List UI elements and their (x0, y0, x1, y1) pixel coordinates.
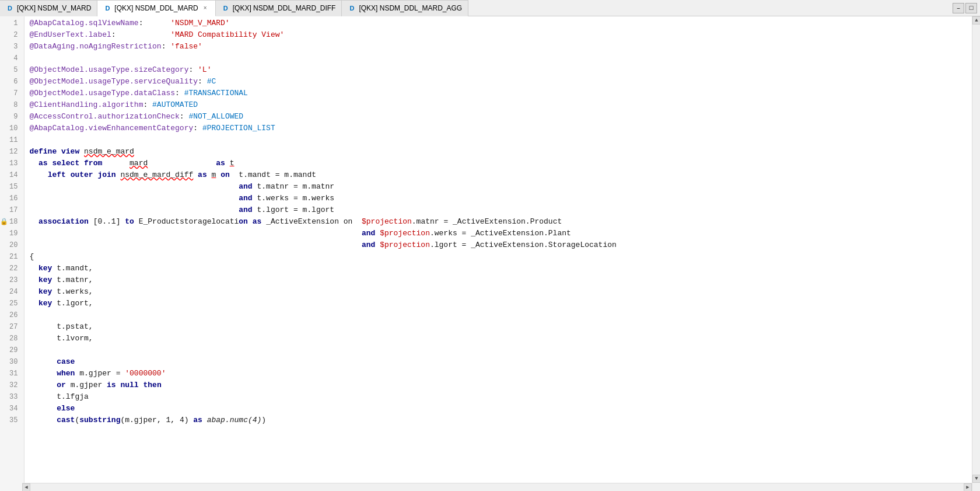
line-number-4: 4 (0, 53, 21, 64)
line-number-31: 31 (0, 368, 21, 379)
line-number-9: 9 (0, 111, 21, 123)
code-line-32: or m.gjper is null then (29, 379, 972, 391)
code-line-29 (29, 344, 972, 356)
line-number-26: 26 (0, 309, 21, 321)
tab-tab3[interactable]: D[QKX] NSDM_DDL_MARD_DIFF (216, 0, 342, 16)
line-number-14: 14 (0, 169, 21, 181)
code-line-10: @AbapCatalog.viewEnhancementCategory: #P… (29, 123, 972, 134)
scroll-up-button[interactable]: ▲ (972, 16, 980, 25)
code-line-33: t.lfgja (29, 391, 972, 403)
code-line-15: and t.matnr = m.matnr (29, 181, 972, 193)
code-line-35: cast(substring(m.gjper, 1, 4) as abap.nu… (29, 415, 972, 426)
line-number-11: 11 (0, 134, 21, 146)
code-line-5: @ObjectModel.usageType.sizeCategory: 'L' (29, 64, 972, 76)
line-number-10: 10 (0, 123, 21, 134)
tab-label-tab4: [QKX] NSDM_DDL_MARD_AGG (359, 4, 462, 12)
line-number-22: 22 (0, 263, 21, 274)
line-number-12: 12 (0, 146, 21, 158)
tab-icon-tab1: D (6, 4, 14, 12)
tab-tab4[interactable]: D[QKX] NSDM_DDL_MARD_AGG (342, 0, 468, 16)
code-line-3: @DataAging.noAgingRestriction: 'false' (29, 41, 972, 53)
code-line-11 (29, 134, 972, 146)
code-line-6: @ObjectModel.usageType.serviceQuality: #… (29, 76, 972, 88)
code-line-1: @AbapCatalog.sqlViewName: 'NSDM_V_MARD' (29, 18, 972, 29)
window-controls: – □ (951, 0, 980, 16)
tab-tab1[interactable]: D[QKX] NSDM_V_MARD (0, 0, 97, 16)
line-number-3: 3 (0, 41, 21, 53)
code-line-27: t.pstat, (29, 321, 972, 333)
tab-icon-tab2: D (103, 4, 111, 12)
tab-label-tab3: [QKX] NSDM_DDL_MARD_DIFF (233, 4, 336, 12)
line-numbers: 1234567891011121314151617🔒18192021222324… (0, 16, 24, 491)
line-number-7: 7 (0, 88, 21, 99)
line-number-34: 34 (0, 403, 21, 415)
line-number-17: 17 (0, 204, 21, 216)
code-line-9: @AccessControl.authorizationCheck: #NOT_… (29, 111, 972, 123)
line-number-18: 🔒18 (0, 216, 21, 228)
code-line-28: t.lvorm, (29, 333, 972, 344)
line-number-5: 5 (0, 64, 21, 76)
minimize-button[interactable]: – (953, 3, 964, 13)
code-area[interactable]: @AbapCatalog.sqlViewName: 'NSDM_V_MARD'@… (24, 16, 972, 491)
restore-button[interactable]: □ (965, 3, 977, 13)
editor: 1234567891011121314151617🔒18192021222324… (0, 16, 980, 491)
line-number-6: 6 (0, 76, 21, 88)
tab-close-tab2[interactable]: × (201, 4, 209, 12)
code-line-7: @ObjectModel.usageType.dataClass: #TRANS… (29, 88, 972, 99)
line-number-33: 33 (0, 391, 21, 403)
line-number-8: 8 (0, 99, 21, 111)
line-number-24: 24 (0, 286, 21, 298)
line-number-27: 27 (0, 321, 21, 333)
code-line-14: left outer join nsdm_e_mard_diff as m on… (29, 169, 972, 181)
line-number-25: 25 (0, 298, 21, 309)
line-number-29: 29 (0, 344, 21, 356)
code-line-25: key t.lgort, (29, 298, 972, 309)
code-line-34: else (29, 403, 972, 415)
code-line-21: { (29, 251, 972, 263)
code-line-18: association [0..1] to E_Productstoragelo… (29, 216, 972, 228)
code-line-4 (29, 53, 972, 64)
code-line-23: key t.matnr, (29, 274, 972, 286)
line-number-23: 23 (0, 274, 21, 286)
lock-icon: 🔒 (0, 216, 8, 228)
code-line-12: define view nsdm_e_mard (29, 146, 972, 158)
tab-label-tab1: [QKX] NSDM_V_MARD (17, 4, 91, 12)
code-line-20: and $projection.lgort = _ActiveExtension… (29, 239, 972, 251)
code-line-17: and t.lgort = m.lgort (29, 204, 972, 216)
tab-tab2[interactable]: D[QKX] NSDM_DDL_MARD× (97, 0, 215, 16)
scroll-down-button[interactable]: ▼ (972, 475, 980, 483)
line-number-20: 20 (0, 239, 21, 251)
line-number-19: 19 (0, 228, 21, 239)
tab-icon-tab4: D (348, 4, 356, 12)
tab-icon-tab3: D (222, 4, 230, 12)
scroll-left-button[interactable]: ◀ (22, 483, 30, 492)
line-number-16: 16 (0, 193, 21, 204)
line-number-32: 32 (0, 379, 21, 391)
scroll-right-button[interactable]: ▶ (964, 483, 972, 492)
code-line-19: and $projection.werks = _ActiveExtension… (29, 228, 972, 239)
line-number-13: 13 (0, 158, 21, 169)
code-line-16: and t.werks = m.werks (29, 193, 972, 204)
code-line-8: @ClientHandling.algorithm: #AUTOMATED (29, 99, 972, 111)
line-number-35: 35 (0, 415, 21, 426)
code-line-26 (29, 309, 972, 321)
line-number-1: 1 (0, 18, 21, 29)
line-number-21: 21 (0, 251, 21, 263)
bottom-scrollbar[interactable]: ◀ ▶ (22, 483, 972, 491)
code-line-24: key t.werks, (29, 286, 972, 298)
line-number-15: 15 (0, 181, 21, 193)
line-number-2: 2 (0, 29, 21, 41)
code-line-2: @EndUserText.label: 'MARD Compatibility … (29, 29, 972, 41)
tab-label-tab2: [QKX] NSDM_DDL_MARD (114, 4, 198, 12)
tab-bar: D[QKX] NSDM_V_MARDD[QKX] NSDM_DDL_MARD×D… (0, 0, 980, 16)
right-scrollbar[interactable]: ▲ ▼ (972, 16, 980, 491)
code-line-31: when m.gjper = '0000000' (29, 368, 972, 379)
line-number-30: 30 (0, 356, 21, 368)
horizontal-scroll-track[interactable] (30, 483, 964, 492)
line-number-28: 28 (0, 333, 21, 344)
code-line-13: as select from mard as t (29, 158, 972, 169)
code-line-22: key t.mandt, (29, 263, 972, 274)
code-line-30: case (29, 356, 972, 368)
